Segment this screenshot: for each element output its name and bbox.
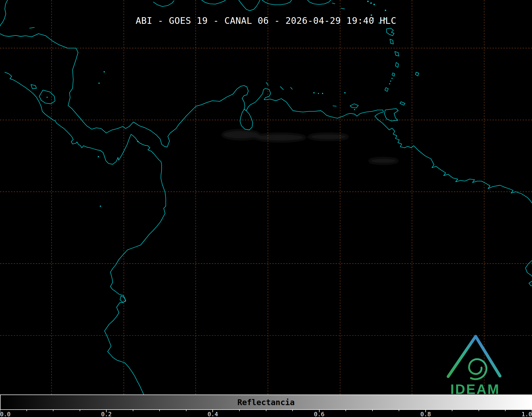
logo-hurricane-swirl-icon	[469, 359, 486, 379]
bonaire	[290, 87, 292, 89]
barahona-peninsula	[239, 0, 260, 11]
colorbar-tick-label: 0.2	[101, 411, 112, 417]
la-tortuga	[333, 106, 336, 106]
lake-maracaibo	[240, 109, 253, 130]
st-croix	[341, 8, 345, 9]
tobago	[400, 102, 405, 105]
st-vincent	[392, 73, 395, 76]
small-island-dots	[47, 1, 393, 207]
dominican-south-coast	[262, 0, 292, 5]
coast-amazon-mouth-a	[525, 260, 532, 276]
coast-amazon-mouth-b	[529, 281, 532, 286]
ideam-logo: IDEAM	[444, 331, 507, 396]
colorbar-label: Reflectancia	[1, 398, 531, 407]
islands-greater-antilles	[153, 0, 345, 11]
trinidad	[384, 109, 398, 121]
colorbar-tick-label: 1.0	[521, 411, 532, 417]
grenada	[385, 88, 388, 91]
coast-honduras-north	[0, 34, 78, 52]
haiti-tiburon	[202, 0, 226, 4]
coast-pacific	[5, 72, 166, 395]
puerto-rico	[307, 0, 331, 4]
martinique	[395, 52, 399, 56]
coast-caribbean-mainland	[68, 53, 532, 203]
barbados	[415, 72, 419, 76]
islands-lesser-antilles	[266, 28, 419, 121]
colorbar-tick-label: 0.4	[208, 411, 218, 417]
page-title: ABI - GOES 19 - CANAL 06 - 2026-04-29 19…	[0, 15, 532, 26]
margarita	[350, 104, 358, 108]
logo-text: IDEAM	[450, 382, 500, 396]
vieques	[332, 3, 335, 4]
reflectance-colorbar: Reflectancia	[0, 395, 532, 410]
colorbar-tick-labels: 0.0 0.2 0.4 0.6 0.8 1.0	[0, 411, 532, 417]
satellite-image-viewer: ABI - GOES 19 - CANAL 06 - 2026-04-29 19…	[0, 0, 532, 417]
st-lucia	[395, 63, 399, 67]
colorbar-tick-label: 0.8	[420, 411, 431, 417]
jamaica	[153, 1, 174, 7]
guadeloupe	[387, 28, 394, 36]
colorbar-tick-label: 0.0	[0, 411, 11, 417]
logo-mountain	[448, 336, 500, 377]
dominica	[390, 39, 393, 44]
faint-clouds	[222, 130, 399, 164]
isla-puna	[120, 296, 126, 303]
islas-bahia	[30, 28, 34, 28]
curacao	[280, 87, 283, 90]
lake-managua	[31, 85, 37, 89]
colorbar-tick-label: 0.6	[314, 411, 325, 417]
